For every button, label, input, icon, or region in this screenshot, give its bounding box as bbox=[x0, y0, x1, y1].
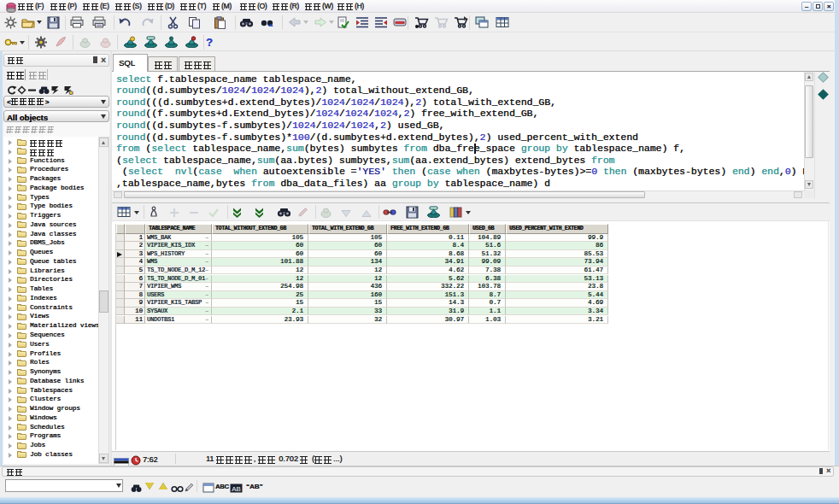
svg-text:AB: AB bbox=[232, 485, 241, 493]
